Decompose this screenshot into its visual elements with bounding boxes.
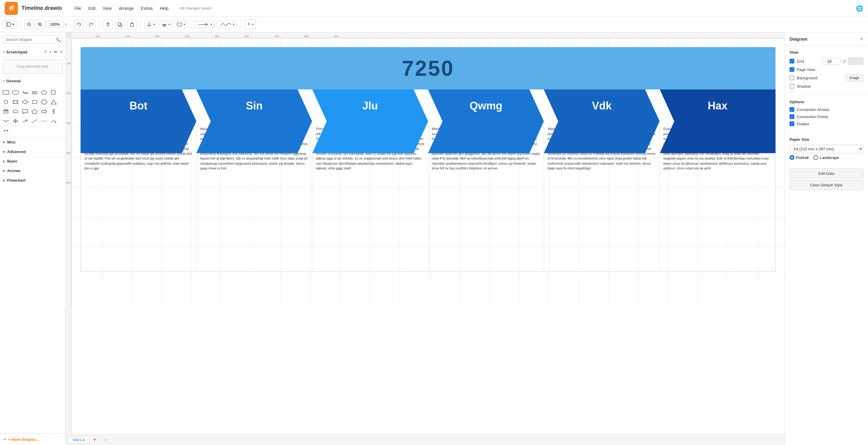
shape-btn[interactable]: ▾	[175, 21, 187, 28]
paste-btn[interactable]	[127, 20, 136, 29]
panel-toggle-btn[interactable]: ▾	[4, 20, 17, 29]
grid-color-picker[interactable]	[848, 58, 863, 65]
menu-view[interactable]: View	[100, 5, 115, 12]
scratchpad-add-icon[interactable]: +	[49, 50, 52, 54]
shape-callout[interactable]	[21, 107, 29, 116]
scratchpad-edit-icon[interactable]: ✏	[54, 50, 58, 54]
ruler-tick-800: 800	[304, 35, 309, 38]
canvas-area[interactable]: 100 200 300 400 500 600 700 800 900 100 …	[66, 32, 784, 445]
shape-diamond[interactable]	[21, 98, 29, 106]
svg-marker-40	[41, 110, 47, 113]
canvas-content[interactable]: 7250 Bot	[71, 38, 784, 439]
more-shapes-btn[interactable]: + + More Shapes...	[0, 433, 65, 445]
connection-arrows-checkbox[interactable]: ✓	[789, 107, 794, 112]
category-header-advanced[interactable]: ▶ Advanced	[0, 147, 65, 157]
menu-help[interactable]: Help	[157, 5, 172, 12]
shape-triangle[interactable]	[50, 98, 58, 106]
shape-hexagon[interactable]	[40, 98, 48, 106]
shape-circle[interactable]	[2, 98, 10, 106]
arrow-jlu[interactable]: Jlu	[312, 90, 428, 122]
shape-cloud[interactable]	[11, 107, 20, 116]
shape-dashed-line[interactable]	[40, 117, 48, 125]
menu-file[interactable]: File	[71, 5, 85, 12]
shape-curved-arrow[interactable]	[50, 117, 58, 125]
shape-rounded-rect[interactable]	[11, 88, 20, 97]
search-icon[interactable]: 🔍	[56, 37, 61, 42]
copy-btn[interactable]	[115, 20, 125, 29]
portrait-option[interactable]: Portrait	[789, 155, 809, 160]
shape-stickman[interactable]	[50, 107, 58, 116]
shape-square[interactable]	[50, 88, 58, 97]
edit-data-btn[interactable]: Edit Data	[789, 168, 863, 178]
tab-add-btn[interactable]: +	[90, 436, 99, 444]
zoom-out-btn[interactable]	[25, 20, 34, 29]
grid-size-input[interactable]	[823, 58, 841, 65]
scratchpad-body: Drag elements here	[0, 57, 65, 76]
line-color-btn[interactable]: ▾	[159, 21, 172, 28]
zoom-in-btn[interactable]	[35, 20, 45, 29]
background-option-row: Background Image	[789, 74, 863, 82]
shape-ellipse[interactable]	[40, 88, 48, 97]
shape-lines[interactable]	[30, 88, 39, 97]
category-header-misc[interactable]: ▶ Misc	[0, 137, 65, 147]
scratchpad-header[interactable]: ▾ Scratchpad ? + ✏ ×	[0, 47, 65, 57]
clear-default-style-btn[interactable]: Clear Default Style	[789, 180, 863, 190]
arrow-bot[interactable]: Bot	[81, 90, 196, 122]
connection-points-checkbox[interactable]: ✓	[789, 114, 794, 119]
waypoint-btn[interactable]: ▾	[217, 21, 237, 28]
shape-double-arrow[interactable]	[2, 126, 10, 135]
insert-btn[interactable]: + ▾	[245, 20, 256, 29]
shape-right-arrow[interactable]	[40, 107, 48, 116]
arrow-sin[interactable]: Sin	[196, 90, 312, 122]
menu-arrange[interactable]: Arrange	[116, 5, 136, 12]
tab-ubcs4[interactable]: Ubcs-4	[68, 436, 89, 444]
arrow-qwmg[interactable]: Qwmg	[428, 90, 544, 122]
svg-point-25	[41, 91, 47, 94]
shape-cross-arrow[interactable]	[11, 117, 20, 125]
shape-cylinder[interactable]	[2, 107, 10, 116]
panel-close-btn[interactable]: ×	[860, 36, 863, 42]
category-header-basic[interactable]: ▶ Basic	[0, 157, 65, 166]
shape-process[interactable]	[11, 98, 20, 106]
page-view-checkbox[interactable]: ✓	[789, 67, 794, 72]
delete-btn[interactable]	[103, 20, 113, 29]
scratchpad-close-icon[interactable]: ×	[60, 50, 62, 54]
arrow-hax[interactable]: Hax	[660, 90, 776, 122]
shape-pentagon[interactable]	[30, 107, 39, 116]
portrait-radio[interactable]	[789, 155, 794, 160]
svg-rect-26	[51, 91, 55, 94]
shape-text[interactable]: Text	[21, 88, 29, 97]
search-input[interactable]	[2, 35, 63, 44]
category-header-arrows[interactable]: ▶ Arrows	[0, 166, 65, 176]
scratchpad-help-icon[interactable]: ?	[44, 50, 47, 54]
shape-line[interactable]	[30, 117, 39, 125]
shape-wave[interactable]	[2, 117, 10, 125]
background-image-btn[interactable]: Image	[846, 74, 863, 82]
zoom-value[interactable]: 100%	[46, 21, 64, 28]
category-header-general[interactable]: ▾ General	[0, 76, 65, 86]
shape-parallelogram[interactable]	[30, 98, 39, 106]
fill-color-btn[interactable]: ▾	[144, 21, 157, 28]
drag-drop-zone[interactable]: Drag elements here	[2, 59, 63, 74]
arrow-type-btn[interactable]: ▾	[195, 21, 215, 28]
grid-checkbox[interactable]: ✓	[789, 59, 794, 64]
arrow-vdk[interactable]: Vdk	[544, 90, 659, 122]
shape-categories: ▾ General Text	[0, 76, 65, 433]
category-header-flowchart[interactable]: ▶ Flowchart	[0, 176, 65, 185]
shadow-checkbox[interactable]	[789, 84, 794, 89]
shape-arrow-ne[interactable]	[21, 117, 29, 125]
arrow-label-sin: Sin	[246, 100, 262, 112]
redo-btn[interactable]	[86, 20, 96, 29]
undo-btn[interactable]	[74, 20, 84, 29]
background-checkbox[interactable]	[789, 75, 794, 80]
tab-menu-btn[interactable]: ⋯	[102, 436, 110, 444]
chevron-zoom[interactable]: ▾	[65, 22, 67, 26]
paper-size-select[interactable]: A4 (210 mm x 297 mm) A3 Letter Legal	[789, 145, 863, 153]
landscape-radio[interactable]	[813, 155, 818, 160]
globe-icon: 🌐	[856, 5, 863, 12]
guides-checkbox[interactable]: ✓	[789, 121, 794, 126]
shape-rect[interactable]	[2, 88, 10, 97]
menu-edit[interactable]: Edit	[85, 5, 98, 12]
menu-extras[interactable]: Extras	[138, 5, 156, 12]
landscape-option[interactable]: Landscape	[813, 155, 839, 160]
